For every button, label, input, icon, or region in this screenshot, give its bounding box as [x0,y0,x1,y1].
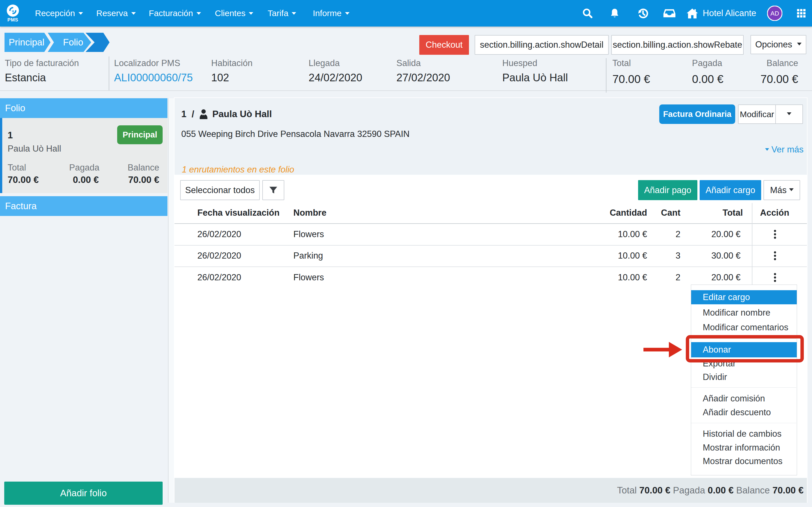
svg-text:u: u [12,9,14,13]
svg-text:Principal: Principal [9,37,45,47]
svg-text:AD: AD [770,10,779,17]
svg-text:PMS: PMS [7,17,18,22]
svg-text:Folio: Folio [63,37,83,47]
